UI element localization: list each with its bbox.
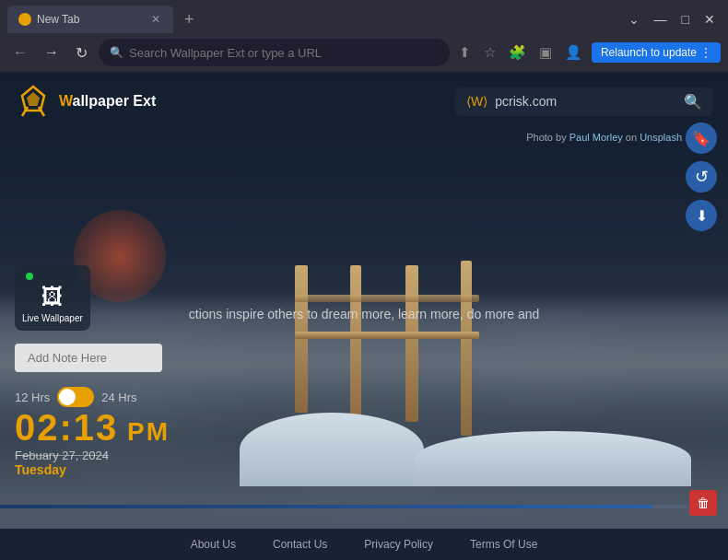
svg-marker-2	[27, 92, 40, 106]
maximize-button[interactable]: □	[676, 10, 695, 29]
live-wallpaper-widget[interactable]: 🖼 Live Wallpaper	[15, 265, 90, 331]
live-wallpaper-icon: 🖼	[41, 284, 64, 309]
close-button[interactable]: ✕	[699, 10, 721, 29]
clock-date: Febuary 27, 2024	[15, 449, 170, 462]
relaunch-label: Relaunch to update	[601, 46, 697, 59]
browser-chrome: New Tab ✕ + ⌄ — □ ✕ ← → ↻ 🔍 ⬆ ☆ 🧩 ▣ 👤 Re…	[0, 0, 728, 72]
address-input[interactable]	[129, 46, 439, 60]
right-sidebar: 🔖 ↺ ⬇	[686, 122, 717, 231]
window-controls: ⌄ — □ ✕	[623, 10, 721, 29]
back-button[interactable]: ←	[7, 41, 33, 64]
tab-favicon	[18, 13, 31, 26]
photo-credit: Photo by Paul Morley on Unsplash	[526, 132, 682, 143]
logo-icon	[15, 83, 52, 120]
minimize-button[interactable]: —	[649, 10, 673, 29]
toggle-knob	[59, 389, 76, 405]
footer: About Us Contact Us Privacy Policy Terms…	[0, 529, 728, 560]
download-button[interactable]: ⬇	[686, 200, 717, 231]
new-tab-button[interactable]: +	[177, 10, 202, 29]
extension-header: Wallpaper Ext ⟨W⟩ 🔍	[0, 72, 728, 131]
collapse-button[interactable]: ⌄	[623, 10, 645, 29]
reload-button[interactable]: ↻	[70, 41, 93, 65]
progress-bar-container	[0, 505, 687, 508]
clock-time: 02:13 PM	[15, 407, 170, 449]
time-12h-label: 12 Hrs	[15, 391, 50, 404]
grid-icon[interactable]: ▣	[535, 42, 556, 63]
extension-search-bar[interactable]: ⟨W⟩ 🔍	[455, 88, 713, 116]
inspirational-text: ctions inspire others to dream more, lea…	[189, 307, 540, 321]
toolbar-icons: ⬆ ☆ 🧩 ▣ 👤 Relaunch to update ⋮	[455, 42, 721, 63]
forward-button[interactable]: →	[39, 41, 65, 64]
logo-text: Wallpaper Ext	[59, 93, 156, 110]
extension-content: Wallpaper Ext ⟨W⟩ 🔍 Photo by Paul Morley…	[0, 72, 728, 560]
address-bar[interactable]: 🔍	[99, 39, 450, 66]
live-indicator	[26, 273, 33, 280]
nav-bar: ← → ↻ 🔍 ⬆ ☆ 🧩 ▣ 👤 Relaunch to update ⋮	[0, 33, 728, 72]
bookmark-star-icon[interactable]: ☆	[480, 42, 499, 63]
relaunch-button[interactable]: Relaunch to update ⋮	[592, 42, 721, 63]
bookmark-button[interactable]: 🔖	[686, 122, 717, 154]
time-24h-label: 24 Hrs	[101, 391, 136, 404]
tab-close-button[interactable]: ✕	[149, 11, 162, 28]
address-search-icon: 🔍	[110, 46, 123, 59]
time-toggle-switch[interactable]	[57, 387, 94, 407]
photo-platform-link[interactable]: Unsplash	[640, 132, 682, 143]
footer-privacy-link[interactable]: Privacy Policy	[364, 538, 433, 551]
extension-logo: Wallpaper Ext	[15, 83, 156, 120]
note-input-field[interactable]	[15, 344, 162, 372]
svg-marker-0	[19, 14, 30, 22]
history-button[interactable]: ↺	[686, 161, 717, 192]
search-favicon: ⟨W⟩	[466, 94, 487, 109]
clock-day: Tuesday	[15, 462, 170, 477]
note-input-container	[15, 344, 162, 372]
share-icon[interactable]: ⬆	[455, 42, 475, 63]
photo-author-link[interactable]: Paul Morley	[569, 132, 623, 143]
footer-about-link[interactable]: About Us	[191, 538, 236, 551]
extensions-icon[interactable]: 🧩	[505, 42, 530, 63]
tab-title: New Tab	[37, 13, 144, 26]
progress-bar-fill	[0, 505, 652, 508]
relaunch-dots-icon: ⋮	[700, 46, 711, 59]
browser-tab[interactable]: New Tab ✕	[7, 6, 173, 33]
time-format-toggle: 12 Hrs 24 Hrs	[15, 387, 137, 407]
extension-search-input[interactable]	[495, 94, 676, 109]
clock-display: 02:13 PM Febuary 27, 2024 Tuesday	[15, 407, 170, 477]
delete-button[interactable]: 🗑	[689, 490, 717, 516]
live-wallpaper-label: Live Wallpaper	[22, 313, 83, 323]
footer-terms-link[interactable]: Terms Of Use	[470, 538, 537, 551]
footer-contact-link[interactable]: Contact Us	[273, 538, 327, 551]
profile-icon[interactable]: 👤	[561, 42, 586, 63]
title-bar: New Tab ✕ + ⌄ — □ ✕	[0, 0, 728, 33]
extension-search-button[interactable]: 🔍	[684, 93, 702, 111]
